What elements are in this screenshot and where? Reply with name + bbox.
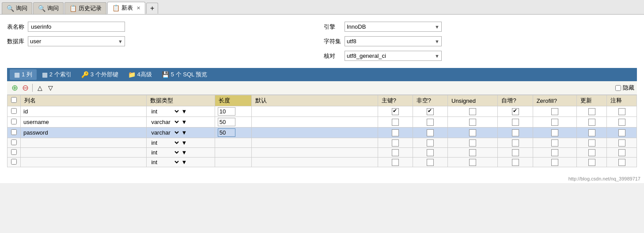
add-tab-button[interactable]: + (146, 3, 158, 14)
default-input-0[interactable] (254, 108, 375, 115)
not_null-checkbox-2[interactable] (427, 129, 434, 136)
primary_key-checkbox-5[interactable] (392, 159, 399, 166)
auto_inc-checkbox-1[interactable] (512, 119, 519, 126)
auto_inc-checkbox-3[interactable] (512, 139, 519, 147)
sub-tab-columns[interactable]: ▦1 列 (10, 69, 37, 80)
col-name-input-4[interactable] (23, 149, 144, 156)
table-name-label: 表名称 (7, 23, 24, 31)
not_null-checkbox-4[interactable] (427, 149, 434, 156)
length-input-5[interactable] (218, 158, 235, 166)
hide-columns-checkbox-wrap[interactable]: 隐藏 (615, 84, 634, 92)
not_null-checkbox-5[interactable] (427, 159, 434, 166)
zerofill-checkbox-2[interactable] (551, 129, 558, 136)
zerofill-checkbox-3[interactable] (551, 139, 558, 147)
col-header-col_name: 列名 (21, 95, 147, 106)
database-select[interactable]: usermysqltest (28, 37, 116, 46)
not_null-checkbox-3[interactable] (427, 139, 434, 147)
data-type-select-0[interactable]: intvarchartextdatedatetimefloatdoublebig… (149, 108, 180, 115)
sub-tab-sql_preview[interactable]: 💾5 个 SQL 预览 (157, 69, 212, 80)
sub-tab-foreign_keys[interactable]: 🔑3 个外部键 (77, 69, 123, 80)
data-type-select-3[interactable]: intvarchartextdatedatetimefloatdoublebig… (149, 139, 180, 147)
sub-tab-icon-indexes: ▦ (42, 71, 48, 78)
comment-checkbox-2[interactable] (618, 129, 625, 136)
remove-row-button[interactable]: ⊖ (20, 83, 30, 93)
update-checkbox-4[interactable] (588, 149, 595, 156)
default-input-5[interactable] (254, 159, 375, 165)
row-checkbox-5[interactable] (11, 159, 17, 165)
zerofill-checkbox-5[interactable] (551, 159, 558, 166)
tab-newtable[interactable]: 📋新表✕ (107, 2, 145, 14)
move-up-button[interactable]: △ (35, 83, 45, 93)
unsigned-checkbox-3[interactable] (469, 139, 476, 147)
comment-checkbox-5[interactable] (618, 159, 625, 166)
default-input-1[interactable] (254, 119, 375, 125)
data-type-select-4[interactable]: intvarchartextdatedatetimefloatdoublebig… (149, 149, 180, 156)
auto_inc-checkbox-2[interactable] (512, 129, 519, 136)
auto_inc-checkbox-0[interactable] (512, 108, 519, 115)
tab-history[interactable]: 📋历史记录 (64, 2, 106, 14)
comment-checkbox-3[interactable] (618, 139, 625, 147)
col-name-input-3[interactable] (23, 139, 144, 146)
update-checkbox-5[interactable] (588, 159, 595, 166)
default-input-2[interactable] (254, 129, 375, 136)
charset-select[interactable]: utf8utf8mb4latin1gbk (345, 37, 433, 46)
update-checkbox-2[interactable] (588, 129, 595, 136)
collation-select[interactable]: utf8_general_ciutf8_unicode_ciutf8_bin (345, 51, 433, 60)
zerofill-checkbox-4[interactable] (551, 149, 558, 156)
col-name-input-1[interactable] (23, 119, 144, 125)
unsigned-checkbox-1[interactable] (469, 119, 476, 126)
primary_key-checkbox-1[interactable] (392, 119, 399, 126)
tab-query2[interactable]: 🔍询问 (33, 2, 64, 14)
update-checkbox-1[interactable] (588, 119, 595, 126)
row-checkbox-0[interactable] (11, 108, 17, 114)
col-name-input-2[interactable] (23, 129, 144, 136)
tab-query1[interactable]: 🔍询问 (2, 2, 32, 14)
data-type-select-5[interactable]: intvarchartextdatedatetimefloatdoublebig… (149, 158, 180, 166)
data-type-select-1[interactable]: intvarchartextdatedatetimefloatdoublebig… (149, 118, 180, 126)
col-name-input-5[interactable] (23, 159, 144, 165)
length-input-3[interactable] (218, 139, 235, 147)
update-checkbox-3[interactable] (588, 139, 595, 147)
engine-select[interactable]: InnoDBMyISAMMEMORYCSV (345, 22, 433, 31)
primary_key-checkbox-3[interactable] (392, 139, 399, 147)
sub-tab-indexes[interactable]: ▦2 个索引 (38, 69, 76, 80)
not_null-checkbox-1[interactable] (427, 119, 434, 126)
default-input-4[interactable] (254, 149, 375, 156)
zerofill-checkbox-0[interactable] (551, 108, 558, 115)
auto_inc-checkbox-4[interactable] (512, 149, 519, 156)
add-row-button[interactable]: ⊕ (10, 83, 19, 93)
primary_key-checkbox-0[interactable] (392, 108, 399, 115)
hide-columns-checkbox[interactable] (615, 85, 621, 91)
primary_key-checkbox-4[interactable] (392, 149, 399, 156)
select-all-checkbox[interactable] (11, 97, 17, 103)
length-input-4[interactable] (218, 149, 235, 156)
unsigned-checkbox-2[interactable] (469, 129, 476, 136)
row-checkbox-2[interactable] (11, 129, 17, 135)
table-row: intvarchartextdatedatetimefloatdoublebig… (8, 117, 637, 128)
unsigned-checkbox-4[interactable] (469, 149, 476, 156)
row-checkbox-4[interactable] (11, 149, 17, 155)
unsigned-checkbox-5[interactable] (469, 159, 476, 166)
auto_inc-checkbox-5[interactable] (512, 159, 519, 166)
length-input-0[interactable] (218, 107, 235, 116)
zerofill-checkbox-1[interactable] (551, 119, 558, 126)
length-input-2[interactable] (218, 128, 235, 137)
row-checkbox-1[interactable] (11, 119, 17, 124)
comment-checkbox-4[interactable] (618, 149, 625, 156)
not_null-checkbox-0[interactable] (427, 108, 434, 115)
unsigned-checkbox-0[interactable] (469, 108, 476, 115)
comment-checkbox-0[interactable] (618, 108, 625, 115)
table-name-input[interactable] (28, 22, 125, 32)
default-input-3[interactable] (254, 139, 375, 146)
data-type-select-2[interactable]: intvarchartextdatedatetimefloatdoublebig… (149, 129, 180, 136)
primary_key-checkbox-2[interactable] (392, 129, 399, 136)
comment-checkbox-1[interactable] (618, 119, 625, 126)
col-name-input-0[interactable] (23, 108, 144, 115)
tab-close-newtable[interactable]: ✕ (136, 5, 140, 11)
table-row: intvarchartextdatedatetimefloatdoublebig… (8, 106, 637, 117)
update-checkbox-0[interactable] (588, 108, 595, 115)
length-input-1[interactable] (218, 118, 235, 126)
row-checkbox-3[interactable] (11, 139, 17, 145)
move-down-button[interactable]: ▽ (45, 83, 55, 93)
sub-tab-advanced[interactable]: 📁4高级 (124, 69, 156, 80)
